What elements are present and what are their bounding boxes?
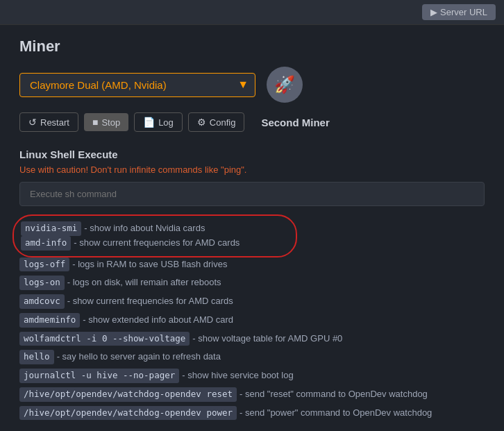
list-item: wolfamdctrl -i 0 --show-voltage - show v… bbox=[19, 332, 485, 346]
stop-label: Stop bbox=[101, 117, 120, 128]
cmd-tag-logs-off[interactable]: logs-off bbox=[19, 257, 69, 272]
miner-dropdown[interactable]: Claymore Dual (AMD, Nvidia) Phoenix Mine… bbox=[19, 73, 255, 97]
cmd-desc: - say hello to server again to refresh d… bbox=[57, 350, 221, 364]
cmd-tag-nvidia-smi[interactable]: nvidia-smi bbox=[21, 221, 81, 236]
server-url-button[interactable]: ▶ Server URL bbox=[422, 4, 496, 20]
shell-section-title: Linux Shell Execute bbox=[19, 149, 485, 160]
cmd-tag-amd-info[interactable]: amd-info bbox=[21, 236, 71, 251]
action-row: ↺ Restart ■ Stop 📄 Log ⚙ Config Second M… bbox=[19, 112, 485, 132]
stop-button[interactable]: ■ Stop bbox=[84, 113, 128, 131]
list-item: amd-info - show current frequencies for … bbox=[21, 236, 483, 251]
list-item: /hive/opt/opendev/watchdog-opendev power… bbox=[19, 406, 485, 421]
shell-input[interactable] bbox=[19, 182, 485, 206]
cmd-tag-wolfamdctrl[interactable]: wolfamdctrl -i 0 --show-voltage bbox=[19, 332, 190, 346]
caution-text: Use with caution! Don't run infinite com… bbox=[19, 164, 485, 175]
list-item: logs-on - logs on disk, will remain afte… bbox=[19, 276, 485, 290]
cmd-tag-watchdog-power[interactable]: /hive/opt/opendev/watchdog-opendev power bbox=[19, 406, 237, 421]
config-icon: ⚙ bbox=[197, 117, 206, 128]
page-title: Miner bbox=[19, 37, 485, 56]
cmd-tag-watchdog-reset[interactable]: /hive/opt/opendev/watchdog-opendev reset bbox=[19, 387, 237, 402]
stop-icon: ■ bbox=[92, 117, 98, 128]
list-item: logs-off - logs in RAM to save USB flash… bbox=[19, 257, 485, 272]
list-item: /hive/opt/opendev/watchdog-opendev reset… bbox=[19, 387, 485, 402]
rocket-icon: 🚀 bbox=[267, 67, 303, 103]
cmd-desc: - logs on disk, will remain after reboot… bbox=[67, 276, 221, 289]
cmd-tag-amdmeminfo[interactable]: amdmeminfo bbox=[19, 313, 80, 328]
cmd-tag-journalctl[interactable]: journalctl -u hive --no-pager bbox=[19, 369, 179, 383]
cmd-desc: - show info about Nvidia cards bbox=[84, 221, 205, 235]
cmd-desc: - show extended info about AMD card bbox=[83, 313, 233, 327]
miner-select-row: Claymore Dual (AMD, Nvidia) Phoenix Mine… bbox=[19, 67, 485, 103]
cmd-tag-logs-on[interactable]: logs-on bbox=[19, 276, 65, 290]
restart-label: Restart bbox=[40, 117, 69, 128]
restart-icon: ↺ bbox=[28, 117, 37, 128]
cmd-desc: - show current frequencies for AMD cards bbox=[67, 294, 233, 308]
commands-list: nvidia-smi - show info about Nvidia card… bbox=[19, 219, 485, 420]
list-item: amdmeminfo - show extended info about AM… bbox=[19, 313, 485, 328]
miner-dropdown-wrapper: Claymore Dual (AMD, Nvidia) Phoenix Mine… bbox=[19, 73, 255, 97]
log-label: Log bbox=[158, 117, 174, 128]
list-item: nvidia-smi - show info about Nvidia card… bbox=[21, 221, 483, 236]
cmd-desc: - show hive service boot log bbox=[182, 369, 293, 382]
cmd-desc: - show current frequencies for AMD cards bbox=[74, 236, 240, 250]
cmd-desc: - send "reset" command to OpenDev watchd… bbox=[240, 387, 428, 401]
cmd-desc: - send "power" command to OpenDev watchd… bbox=[240, 406, 432, 420]
list-item: journalctl -u hive --no-pager - show hiv… bbox=[19, 369, 485, 383]
restart-button[interactable]: ↺ Restart bbox=[19, 112, 78, 132]
log-icon: 📄 bbox=[143, 117, 155, 128]
cmd-tag-amdcovc[interactable]: amdcovc bbox=[19, 294, 65, 309]
second-miner-label: Second Miner bbox=[261, 117, 329, 128]
cmd-desc: - show voltage table for AMD GPU #0 bbox=[192, 332, 342, 346]
log-button[interactable]: 📄 Log bbox=[134, 112, 183, 132]
list-item: hello - say hello to server again to ref… bbox=[19, 350, 485, 364]
cmd-tag-hello[interactable]: hello bbox=[19, 350, 54, 364]
config-button[interactable]: ⚙ Config bbox=[188, 112, 245, 132]
cmd-desc: - logs in RAM to save USB flash drives bbox=[72, 257, 227, 271]
list-item: amdcovc - show current frequencies for A… bbox=[19, 294, 485, 309]
annotated-group: nvidia-smi - show info about Nvidia card… bbox=[19, 219, 485, 253]
config-label: Config bbox=[210, 117, 236, 128]
